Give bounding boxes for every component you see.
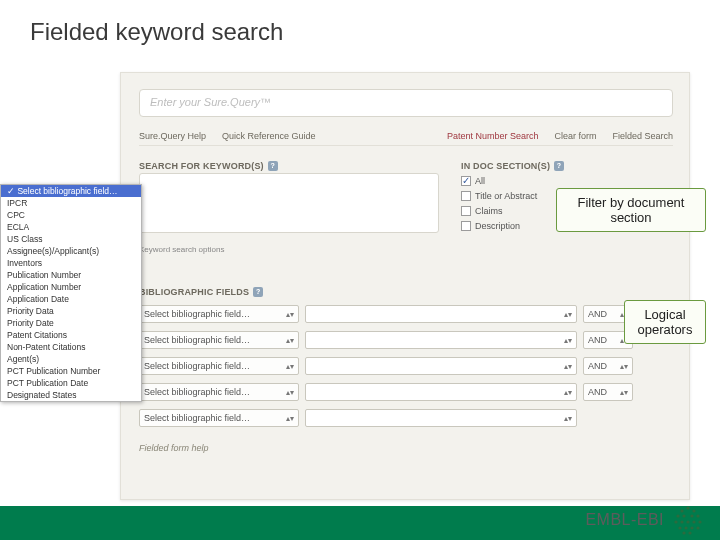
svg-point-5 xyxy=(690,514,693,517)
section-header-keywords: SEARCH FOR KEYWORD(S) ? xyxy=(139,161,278,171)
patent-number-search-link[interactable]: Patent Number Search xyxy=(447,131,539,141)
biblio-value-input[interactable]: ▴▾ xyxy=(305,305,577,323)
chevron-updown-icon: ▴▾ xyxy=(286,312,294,317)
chevron-updown-icon: ▴▾ xyxy=(564,312,572,317)
section-header-biblio: BIBLIOGRAPHIC FIELDS ? xyxy=(139,287,263,297)
embl-ebi-icon xyxy=(672,504,704,536)
svg-point-10 xyxy=(692,520,695,523)
svg-point-7 xyxy=(674,520,677,523)
svg-point-6 xyxy=(696,514,699,517)
chevron-updown-icon: ▴▾ xyxy=(286,364,294,369)
toolbar-help-link[interactable]: Sure.Query Help xyxy=(139,131,206,141)
svg-point-9 xyxy=(686,520,689,523)
chevron-updown-icon: ▴▾ xyxy=(564,338,572,343)
help-icon[interactable]: ? xyxy=(268,161,278,171)
biblio-row: Select bibliographic field…▴▾ ▴▾ AND▴▾ xyxy=(139,305,673,323)
chevron-updown-icon: ▴▾ xyxy=(564,390,572,395)
dropdown-item-selected[interactable]: Select bibliographic field… xyxy=(1,185,141,197)
svg-point-2 xyxy=(692,509,695,512)
toolbar: Sure.Query Help Quick Reference Guide Pa… xyxy=(139,131,673,146)
biblio-value-input[interactable]: ▴▾ xyxy=(305,383,577,401)
svg-point-3 xyxy=(676,514,679,517)
slide-title: Fielded keyword search xyxy=(30,18,283,46)
checkbox-description[interactable] xyxy=(461,221,471,231)
biblio-fields-table: Select bibliographic field…▴▾ ▴▾ AND▴▾ S… xyxy=(139,305,673,435)
dropdown-item[interactable]: US Class xyxy=(1,233,141,245)
svg-point-14 xyxy=(690,526,693,529)
checkbox-label: Description xyxy=(475,221,520,231)
fielded-form-help-link[interactable]: Fielded form help xyxy=(139,443,209,453)
logical-operator-select[interactable]: AND▴▾ xyxy=(583,357,633,375)
callout-filter-doc-section: Filter by document section xyxy=(556,188,706,232)
chevron-updown-icon: ▴▾ xyxy=(286,338,294,343)
checkbox-label: Title or Abstract xyxy=(475,191,537,201)
dropdown-item[interactable]: Publication Number xyxy=(1,269,141,281)
svg-point-15 xyxy=(696,526,699,529)
biblio-row: Select bibliographic field…▴▾ ▴▾ AND▴▾ xyxy=(139,383,673,401)
biblio-row: Select bibliographic field…▴▾ ▴▾ AND▴▾ xyxy=(139,357,673,375)
dropdown-item[interactable]: Non-Patent Citations xyxy=(1,341,141,353)
biblio-field-dropdown-open[interactable]: Select bibliographic field… IPCR CPC ECL… xyxy=(0,184,142,402)
dropdown-item[interactable]: Assignee(s)/Applicant(s) xyxy=(1,245,141,257)
chevron-updown-icon: ▴▾ xyxy=(620,364,628,369)
dropdown-item[interactable]: Application Number xyxy=(1,281,141,293)
biblio-value-input[interactable]: ▴▾ xyxy=(305,357,577,375)
dropdown-item[interactable]: PCT Publication Number xyxy=(1,365,141,377)
dropdown-item[interactable]: Patent Citations xyxy=(1,329,141,341)
chevron-updown-icon: ▴▾ xyxy=(564,364,572,369)
biblio-field-select[interactable]: Select bibliographic field…▴▾ xyxy=(139,331,299,349)
brand-logo: EMBL-EBI xyxy=(585,504,704,536)
svg-point-16 xyxy=(682,531,685,534)
fielded-search-link[interactable]: Fielded Search xyxy=(612,131,673,141)
svg-point-8 xyxy=(680,520,683,523)
keyword-options-link[interactable]: Keyword search options xyxy=(139,245,224,254)
biblio-row: Select bibliographic field…▴▾ ▴▾ AND▴▾ xyxy=(139,331,673,349)
chevron-updown-icon: ▴▾ xyxy=(286,390,294,395)
biblio-row: Select bibliographic field…▴▾ ▴▾ xyxy=(139,409,673,427)
dropdown-item[interactable]: Agent(s) xyxy=(1,353,141,365)
chevron-updown-icon: ▴▾ xyxy=(620,390,628,395)
svg-point-12 xyxy=(678,526,681,529)
dropdown-item[interactable]: Application Date xyxy=(1,293,141,305)
dropdown-item[interactable]: CPC xyxy=(1,209,141,221)
search-app-frame: Enter your Sure.Query™ Sure.Query Help Q… xyxy=(120,72,690,500)
biblio-field-select[interactable]: Select bibliographic field…▴▾ xyxy=(139,357,299,375)
section-header-doc-sections: IN DOC SECTION(S) ? xyxy=(461,161,564,171)
dropdown-item[interactable]: Priority Data xyxy=(1,305,141,317)
checkbox-label: All xyxy=(475,176,485,186)
logical-operator-select[interactable]: AND▴▾ xyxy=(583,383,633,401)
help-icon[interactable]: ? xyxy=(253,287,263,297)
svg-point-13 xyxy=(684,526,687,529)
svg-point-1 xyxy=(680,509,683,512)
dropdown-item[interactable]: Designated States xyxy=(1,389,141,401)
biblio-value-input[interactable]: ▴▾ xyxy=(305,409,577,427)
checkbox-label: Claims xyxy=(475,206,503,216)
surequery-input[interactable]: Enter your Sure.Query™ xyxy=(139,89,673,117)
checkbox-title-abstract[interactable] xyxy=(461,191,471,201)
biblio-field-select[interactable]: Select bibliographic field…▴▾ xyxy=(139,409,299,427)
svg-point-17 xyxy=(688,531,691,534)
checkbox-claims[interactable] xyxy=(461,206,471,216)
toolbar-guide-link[interactable]: Quick Reference Guide xyxy=(222,131,316,141)
callout-logical-operators: Logical operators xyxy=(624,300,706,344)
brand-name: EMBL-EBI xyxy=(585,511,664,529)
biblio-field-select[interactable]: Select bibliographic field…▴▾ xyxy=(139,305,299,323)
svg-point-11 xyxy=(698,520,701,523)
keyword-textarea[interactable] xyxy=(139,173,439,233)
svg-point-0 xyxy=(686,506,689,509)
chevron-updown-icon: ▴▾ xyxy=(564,416,572,421)
help-icon[interactable]: ? xyxy=(554,161,564,171)
dropdown-item[interactable]: Inventors xyxy=(1,257,141,269)
biblio-field-select[interactable]: Select bibliographic field…▴▾ xyxy=(139,383,299,401)
biblio-value-input[interactable]: ▴▾ xyxy=(305,331,577,349)
chevron-updown-icon: ▴▾ xyxy=(286,416,294,421)
checkbox-all[interactable] xyxy=(461,176,471,186)
dropdown-item[interactable]: IPCR xyxy=(1,197,141,209)
clear-form-link[interactable]: Clear form xyxy=(554,131,596,141)
dropdown-item[interactable]: PCT Publication Date xyxy=(1,377,141,389)
svg-point-4 xyxy=(682,514,685,517)
dropdown-item[interactable]: ECLA xyxy=(1,221,141,233)
dropdown-item[interactable]: Priority Date xyxy=(1,317,141,329)
